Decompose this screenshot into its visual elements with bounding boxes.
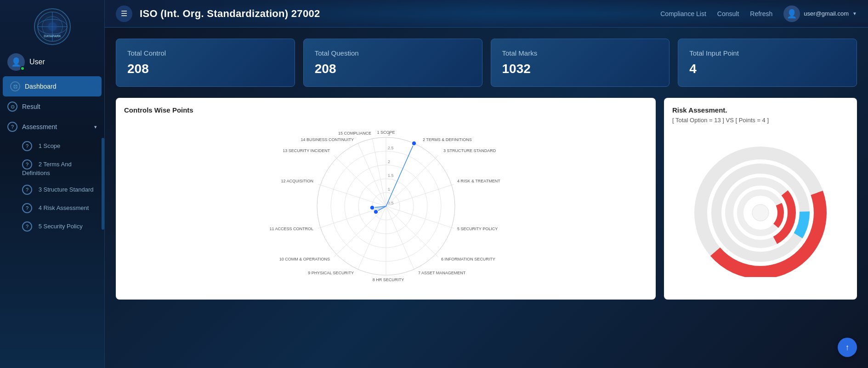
svg-line-16: [386, 206, 454, 228]
svg-text:9 PHYSICAL SECURITY: 9 PHYSICAL SECURITY: [308, 271, 354, 275]
sidebar-item-label: Dashboard: [25, 83, 57, 90]
user-label: User: [29, 58, 45, 66]
svg-text:11 ACCESS CONTROL: 11 ACCESS CONTROL: [269, 226, 313, 231]
gauge-chart: [672, 130, 849, 286]
gauge-svg: [678, 139, 843, 277]
page-title: ISO (Int. Org. Standardization) 27002: [140, 8, 320, 20]
refresh-link[interactable]: Refresh: [750, 10, 772, 17]
user-dropdown-arrow: ▼: [852, 11, 857, 16]
stat-label-input: Total Input Point: [689, 49, 845, 57]
stat-card-total-question: Total Question 208: [303, 39, 482, 87]
risk-icon: ?: [22, 203, 32, 213]
svg-text:5 SECURITY POLICY: 5 SECURITY POLICY: [457, 226, 498, 231]
radar-svg: 3 2.5 2 1.5 1 0.5: [248, 121, 524, 287]
svg-text:2.5: 2.5: [388, 146, 394, 150]
controls-chart-card: Controls Wise Points: [116, 98, 656, 300]
stat-card-total-control: Total Control 208: [116, 39, 295, 87]
svg-line-14: [386, 155, 438, 206]
scroll-up-button[interactable]: ↑: [838, 338, 857, 357]
svg-line-21: [334, 206, 386, 257]
risk-chart-card: Risk Assesment. [ Total Option = 13 ] VS…: [664, 98, 857, 300]
sidebar-navigation: ⊡ Dashboard ⊙ Result ? Assessment ▾ ? 1 …: [0, 76, 104, 368]
sidebar-item-result[interactable]: ⊙ Result: [0, 96, 104, 117]
stat-value-control: 208: [127, 62, 284, 76]
assessment-icon: ?: [7, 122, 17, 132]
sidebar-item-label: Assessment: [22, 123, 57, 130]
svg-line-24: [334, 155, 386, 206]
sidebar-user: 👤 User: [0, 50, 104, 76]
svg-text:3 STRUCTURE STANDARD: 3 STRUCTURE STANDARD: [443, 148, 496, 153]
svg-text:1: 1: [388, 187, 390, 192]
menu-button[interactable]: ☰: [116, 6, 132, 22]
logo: DATAPARK: [34, 8, 71, 45]
header-avatar: 👤: [783, 6, 800, 22]
sidebar-item-1-scope[interactable]: ? 1 Scope: [0, 137, 104, 155]
sidebar-scrollbar[interactable]: [102, 138, 104, 230]
controls-chart-title: Controls Wise Points: [124, 106, 647, 114]
stat-value-question: 208: [315, 62, 471, 76]
svg-text:8 HR SECURITY: 8 HR SECURITY: [372, 277, 404, 282]
stat-value-input: 4: [689, 62, 845, 76]
svg-text:14 BUSINESS CONTINUITY: 14 BUSINESS CONTINUITY: [301, 137, 354, 142]
stat-label-question: Total Question: [315, 49, 471, 57]
terms-icon: ?: [22, 159, 32, 170]
user-menu[interactable]: 👤 user@gmail.com ▼: [783, 6, 857, 22]
sidebar-item-5-security[interactable]: ? 5 Security Policy: [0, 217, 104, 236]
sidebar-item-label: 1 Scope: [39, 142, 61, 149]
username-display: user@gmail.com: [804, 10, 849, 17]
dashboard-icon: ⊡: [10, 81, 20, 91]
svg-text:10 COMM & OPERATIONS: 10 COMM & OPERATIONS: [279, 257, 329, 261]
svg-point-34: [412, 141, 416, 146]
svg-line-23: [318, 184, 386, 206]
svg-text:15 COMPLIANCE: 15 COMPLIANCE: [338, 131, 371, 136]
risk-chart-subtitle: [ Total Option = 13 ] VS [ Points = 4 ]: [672, 117, 849, 124]
sidebar-item-dashboard[interactable]: ⊡ Dashboard: [3, 76, 102, 96]
svg-text:7 ASSET MANAGEMENT: 7 ASSET MANAGEMENT: [418, 271, 466, 275]
svg-text:0.5: 0.5: [388, 201, 394, 205]
svg-point-36: [370, 205, 374, 210]
consult-link[interactable]: Consult: [717, 10, 739, 17]
svg-text:DATAPARK: DATAPARK: [44, 34, 61, 38]
svg-text:4 RISK & TREATMENT: 4 RISK & TREATMENT: [457, 179, 500, 183]
structure-icon: ?: [22, 185, 32, 195]
sidebar-item-label: 3 Structure Standard: [39, 186, 94, 193]
svg-text:1.5: 1.5: [388, 173, 394, 178]
sidebar-item-2-terms[interactable]: ? 2 Terms And Definitions: [0, 155, 104, 181]
svg-text:12 ACQUISITION: 12 ACQUISITION: [281, 179, 313, 183]
stat-label-control: Total Control: [127, 49, 284, 57]
svg-line-17: [386, 206, 438, 257]
svg-text:6 INFORMATION SECURITY: 6 INFORMATION SECURITY: [441, 257, 495, 261]
avatar: 👤: [7, 53, 25, 71]
sidebar-item-assessment[interactable]: ? Assessment ▾: [0, 117, 104, 137]
result-icon: ⊙: [7, 102, 17, 112]
dashboard-panel: Total Control 208 Total Question 208 Tot…: [105, 28, 868, 368]
header-navigation: Compliance List Consult Refresh 👤 user@g…: [660, 6, 857, 22]
app-header: ☰ ISO (Int. Org. Standardization) 27002 …: [105, 0, 868, 28]
logo-area: DATAPARK: [0, 0, 104, 50]
stat-value-marks: 1032: [502, 62, 658, 76]
svg-text:1 SCOPE: 1 SCOPE: [377, 130, 395, 135]
sidebar-item-3-structure[interactable]: ? 3 Structure Standard: [0, 181, 104, 199]
stats-row: Total Control 208 Total Question 208 Tot…: [116, 39, 857, 87]
svg-point-60: [752, 204, 769, 221]
svg-line-26: [372, 138, 386, 206]
svg-point-5: [48, 22, 57, 31]
stat-label-marks: Total Marks: [502, 49, 658, 57]
main-content: ☰ ISO (Int. Org. Standardization) 27002 …: [105, 0, 868, 368]
sidebar-item-label: Result: [22, 103, 40, 110]
sidebar-item-4-risk[interactable]: ? 4 Risk Assessment: [0, 199, 104, 217]
sidebar-item-label: 5 Security Policy: [39, 223, 83, 230]
radar-chart: 3 2.5 2 1.5 1 0.5: [124, 117, 647, 291]
chevron-down-icon: ▾: [94, 124, 97, 130]
stat-card-total-marks: Total Marks 1032: [491, 39, 670, 87]
risk-chart-title: Risk Assesment.: [672, 106, 849, 114]
sidebar-item-label: 4 Risk Assessment: [39, 204, 89, 211]
compliance-list-link[interactable]: Compliance List: [660, 10, 706, 17]
svg-line-15: [386, 184, 454, 206]
svg-text:13 SECURITY INCIDENT: 13 SECURITY INCIDENT: [283, 148, 330, 153]
svg-point-35: [374, 209, 378, 214]
scope-icon: ?: [22, 141, 32, 151]
security-icon: ?: [22, 221, 32, 232]
online-indicator: [20, 66, 25, 71]
svg-text:2: 2: [388, 159, 390, 164]
